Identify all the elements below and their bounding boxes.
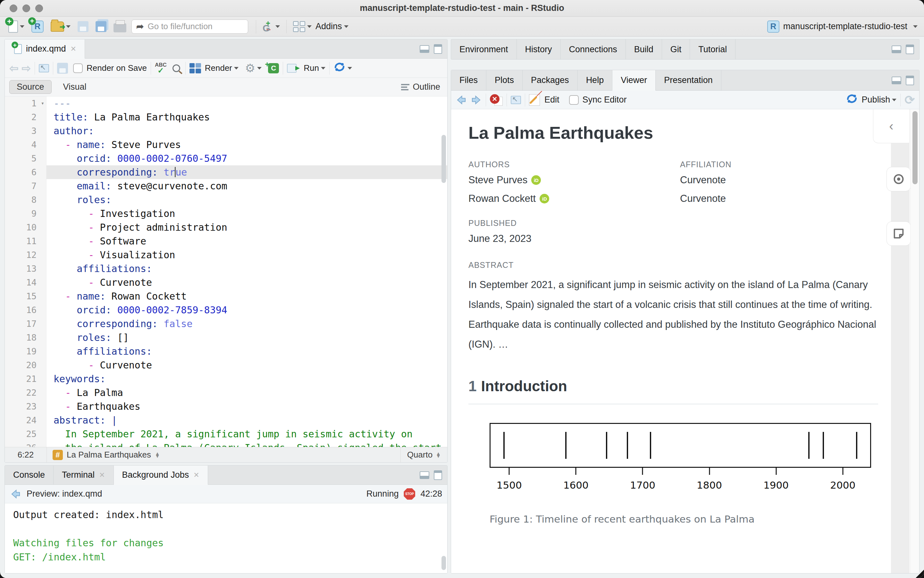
tab-terminal[interactable]: Terminal✕ (54, 466, 114, 484)
minimize-pane-icon[interactable] (891, 45, 901, 53)
tab-files[interactable]: Files (451, 70, 486, 90)
save-all-button[interactable] (94, 20, 108, 33)
code-line[interactable]: 19 affiliations: (5, 344, 447, 358)
code-line[interactable]: 5 orcid: 0000-0002-0760-5497 (5, 151, 447, 165)
mode-source-button[interactable]: Source (9, 80, 52, 94)
minimize-pane-icon[interactable] (891, 76, 901, 84)
goto-file-function-input[interactable]: ➦ Go to file/function (132, 19, 248, 34)
fold-arrow-icon[interactable]: ▾ (41, 96, 44, 110)
sync-editor-checkbox[interactable] (569, 95, 579, 105)
format-selector[interactable]: Quarto ▲▼ (400, 447, 447, 462)
code-line[interactable]: 4 - name: Steve Purves (5, 138, 447, 151)
code-line[interactable]: 26 the island of La Palma (Canary Island… (5, 441, 447, 447)
tab-help[interactable]: Help (578, 70, 613, 90)
code-line[interactable]: 15 - name: Rowan Cockett (5, 289, 447, 303)
forward-icon[interactable] (470, 94, 482, 106)
maximize-pane-icon[interactable] (906, 45, 914, 54)
publish-button[interactable]: Publish (862, 95, 890, 105)
code-editor[interactable]: 1▾---2title: La Palma Earthquakes3author… (5, 96, 447, 447)
chevron-down-icon[interactable] (234, 67, 239, 70)
chevron-down-icon[interactable] (892, 99, 896, 101)
spellcheck-icon[interactable]: ABC✓ (155, 63, 167, 73)
code-line[interactable]: 7 email: steve@curvenote.com (5, 179, 447, 193)
code-line[interactable]: 23 - Earthquakes (5, 399, 447, 413)
tab-connections[interactable]: Connections (561, 39, 626, 59)
tab-console[interactable]: Console (5, 466, 54, 484)
close-tab-icon[interactable]: ✕ (70, 45, 76, 53)
annotation-note-button[interactable] (887, 221, 911, 246)
code-line[interactable]: 21keywords: (5, 372, 447, 386)
code-line[interactable]: 17 corresponding: false (5, 317, 447, 331)
editor-scrollbar[interactable] (441, 135, 446, 183)
tab-index-qmd[interactable]: index.qmd ✕ (5, 39, 85, 58)
maximize-pane-icon[interactable] (906, 76, 914, 85)
back-icon[interactable] (10, 488, 21, 500)
publish-icon[interactable] (846, 93, 858, 107)
close-tab-icon[interactable]: ✕ (99, 471, 105, 479)
tab-viewer[interactable]: Viewer (612, 70, 656, 91)
addins-button[interactable]: Addins (314, 20, 350, 32)
run-icon[interactable] (287, 64, 296, 73)
code-line[interactable]: 16 orcid: 0000-0002-7859-8394 (5, 303, 447, 317)
project-selector[interactable]: R manuscript-template-rstudio-test (767, 21, 917, 32)
tab-git[interactable]: Git (662, 39, 690, 59)
open-file-button[interactable] (49, 20, 72, 33)
tab-build[interactable]: Build (626, 39, 662, 59)
console-output[interactable]: Output created: index.htmlWatching files… (5, 503, 447, 573)
code-line[interactable]: 10 - Project administration (5, 221, 447, 234)
gear-icon[interactable]: ⚙ (245, 62, 255, 74)
code-line[interactable]: 13 affiliations: (5, 262, 447, 276)
save-icon[interactable] (57, 63, 68, 74)
code-line[interactable]: 20 - Curvenote (5, 358, 447, 372)
section-selector[interactable]: # La Palma Earthquakes ▲▼ (47, 447, 400, 462)
code-line[interactable]: 11 - Software (5, 234, 447, 248)
code-line[interactable]: 12 - Visualization (5, 248, 447, 262)
open-new-window-icon[interactable] (39, 64, 49, 72)
print-button[interactable] (112, 19, 128, 34)
run-button[interactable]: Run (304, 63, 319, 73)
code-line[interactable]: 8 roles: (5, 193, 447, 207)
tab-background-jobs[interactable]: Background Jobs✕ (114, 466, 208, 485)
chevron-down-icon[interactable] (348, 67, 352, 70)
maximize-pane-icon[interactable] (434, 44, 442, 54)
code-line[interactable]: 22 - La Palma (5, 386, 447, 399)
render-on-save-checkbox[interactable] (73, 63, 83, 73)
edit-pencil-icon[interactable] (529, 94, 540, 106)
code-line[interactable]: 6 corresponding: true (5, 165, 447, 179)
tab-tutorial[interactable]: Tutorial (690, 39, 735, 59)
search-icon[interactable] (172, 64, 180, 72)
code-line[interactable]: 14 - Curvenote (5, 276, 447, 289)
render-button[interactable]: Render (205, 63, 232, 73)
save-button[interactable] (76, 20, 90, 33)
version-control-button[interactable]: +–G (261, 19, 282, 34)
rerun-icon[interactable] (333, 61, 346, 75)
preview-eye-button[interactable] (887, 167, 911, 191)
viewer-scrollbar[interactable] (910, 109, 919, 573)
workspace-panes-button[interactable] (291, 20, 314, 33)
chevron-down-icon[interactable] (321, 67, 325, 70)
minimize-pane-icon[interactable] (420, 45, 429, 53)
maximize-pane-icon[interactable] (434, 470, 442, 480)
refresh-icon[interactable]: ⟳ (904, 93, 915, 107)
edit-button[interactable]: Edit (544, 95, 560, 105)
forward-icon[interactable]: ⇨ (22, 62, 31, 75)
tab-plots[interactable]: Plots (486, 70, 522, 90)
back-icon[interactable] (455, 94, 467, 106)
tab-packages[interactable]: Packages (522, 70, 578, 90)
orcid-icon[interactable]: iD (540, 194, 549, 203)
open-in-browser-icon[interactable] (511, 96, 521, 104)
orcid-icon[interactable]: iD (531, 175, 541, 185)
code-line[interactable]: 2title: La Palma Earthquakes (5, 110, 447, 124)
code-line[interactable]: 24abstract: | (5, 413, 447, 427)
minimize-pane-icon[interactable] (420, 471, 429, 479)
code-line[interactable]: 9 - Investigation (5, 207, 447, 221)
stop-icon[interactable]: STOP (403, 488, 415, 500)
code-line[interactable]: 1▾--- (5, 96, 447, 110)
close-tab-icon[interactable]: ✕ (193, 471, 199, 479)
tab-presentation[interactable]: Presentation (656, 70, 721, 90)
toc-collapse-button[interactable]: ‹ (873, 109, 909, 143)
scrollbar-thumb[interactable] (913, 111, 917, 184)
insert-chunk-icon[interactable]: C (268, 63, 279, 73)
code-line[interactable]: 18 roles: [] (5, 331, 447, 344)
clear-viewer-icon[interactable]: ✕ (490, 94, 503, 106)
